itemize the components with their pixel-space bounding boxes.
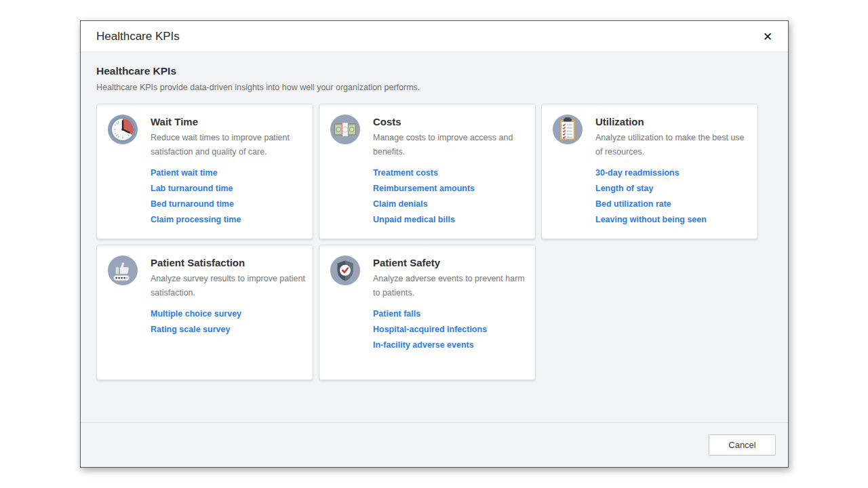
kpi-link-unpaid-medical-bills[interactable]: Unpaid medical bills: [373, 215, 455, 224]
kpi-link-claim-denials[interactable]: Claim denials: [373, 199, 428, 209]
thumbs-up-icon: [108, 256, 138, 285]
kpi-link-bed-utilization-rate[interactable]: Bed utilization rate: [595, 199, 671, 209]
dialog-body: Healthcare KPIs Healthcare KPIs provide …: [81, 52, 788, 380]
empty-grid-cell: [541, 245, 758, 380]
kpi-link-reimbursement-amounts[interactable]: Reimbursement amounts: [373, 184, 475, 193]
kpi-link-leaving-without-being-seen[interactable]: Leaving without being seen: [595, 215, 707, 224]
kpi-card-costs: Costs Manage costs to improve access and…: [319, 104, 536, 239]
card-title: Costs: [373, 116, 528, 127]
kpi-card-patient-safety: Patient Safety Analyze adverse events to…: [319, 245, 536, 380]
card-description: Manage costs to improve access and benef…: [373, 131, 528, 159]
banknote-icon: [330, 115, 360, 144]
kpi-link-30-day-readmissions[interactable]: 30-day readmissions: [595, 168, 679, 178]
close-icon[interactable]: ✕: [758, 27, 777, 46]
kpi-link-patient-wait-time[interactable]: Patient wait time: [151, 168, 218, 178]
checklist-icon: [553, 115, 583, 144]
dialog-title: Healthcare KPIs: [96, 30, 758, 43]
card-description: Analyze utilization to make the best use…: [595, 131, 751, 159]
kpi-link-patient-falls[interactable]: Patient falls: [373, 309, 420, 319]
kpi-card-utilization: Utilization Analyze utilization to make …: [541, 104, 758, 239]
kpi-link-lab-turnaround-time[interactable]: Lab turnaround time: [151, 184, 233, 193]
kpi-link-treatment-costs[interactable]: Treatment costs: [373, 168, 438, 178]
kpi-link-length-of-stay[interactable]: Length of stay: [595, 184, 653, 193]
kpi-link-in-facility-adverse-events[interactable]: In-facility adverse events: [373, 340, 474, 350]
healthcare-kpis-dialog: Healthcare KPIs ✕ Healthcare KPIs Health…: [80, 20, 789, 468]
card-title: Wait Time: [151, 116, 306, 127]
kpi-link-list: Multiple choice survey Rating scale surv…: [151, 309, 306, 334]
kpi-card-grid: Wait Time Reduce wait times to improve p…: [96, 104, 772, 380]
card-description: Analyze adverse events to prevent harm t…: [373, 272, 528, 300]
card-description: Analyze survey results to improve patien…: [151, 272, 306, 300]
card-title: Utilization: [595, 116, 751, 127]
kpi-link-list: Treatment costs Reimbursement amounts Cl…: [373, 168, 528, 224]
section-heading: Healthcare KPIs: [96, 65, 772, 77]
kpi-link-rating-scale-survey[interactable]: Rating scale survey: [151, 325, 230, 334]
kpi-link-claim-processing-time[interactable]: Claim processing time: [151, 215, 241, 224]
clock-icon: [108, 115, 138, 144]
card-description: Reduce wait times to improve patient sat…: [151, 131, 306, 159]
kpi-link-bed-turnaround-time[interactable]: Bed turnaround time: [151, 199, 234, 209]
kpi-link-list: Patient wait time Lab turnaround time Be…: [151, 168, 306, 224]
card-title: Patient Safety: [373, 257, 528, 268]
cancel-button[interactable]: Cancel: [709, 434, 776, 455]
kpi-link-list: Patient falls Hospital-acquired infectio…: [373, 309, 528, 350]
kpi-card-wait-time: Wait Time Reduce wait times to improve p…: [96, 104, 313, 239]
card-title: Patient Satisfaction: [151, 257, 306, 268]
section-description: Healthcare KPIs provide data-driven insi…: [96, 83, 772, 92]
kpi-link-multiple-choice-survey[interactable]: Multiple choice survey: [151, 309, 241, 319]
shield-check-icon: [330, 256, 360, 285]
kpi-link-list: 30-day readmissions Length of stay Bed u…: [595, 168, 751, 224]
dialog-footer: Cancel: [81, 422, 788, 467]
kpi-card-patient-satisfaction: Patient Satisfaction Analyze survey resu…: [96, 245, 313, 380]
kpi-link-hospital-acquired-infections[interactable]: Hospital-acquired infections: [373, 325, 487, 334]
dialog-titlebar: Healthcare KPIs ✕: [81, 21, 788, 52]
